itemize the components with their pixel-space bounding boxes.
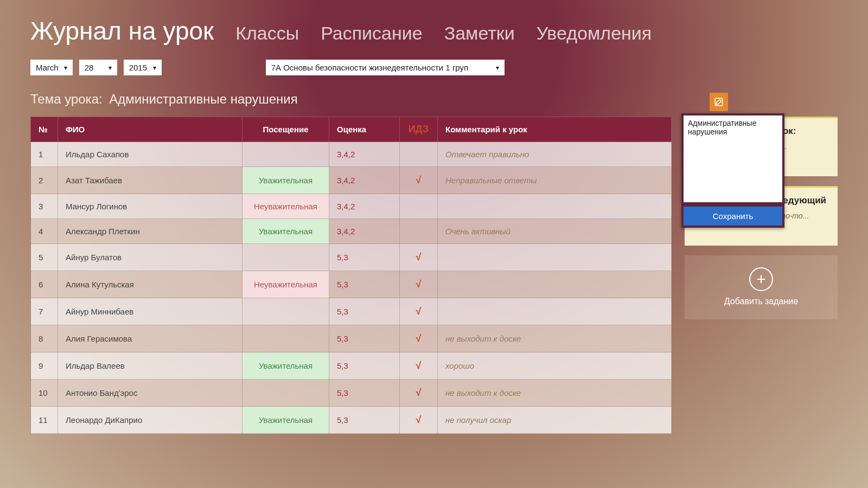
chevron-down-icon: ▾ [496, 64, 499, 72]
cell[interactable]: Уважительная [242, 219, 329, 244]
edit-icon [714, 97, 724, 107]
cell[interactable]: Уважительная [242, 167, 329, 194]
cell[interactable]: 5,3 [329, 380, 400, 407]
year-value: 2015 [129, 63, 147, 72]
cell[interactable]: 5,3 [329, 298, 400, 325]
cell[interactable]: Айнур Булатов [58, 244, 242, 271]
cell[interactable]: Неуважительная [242, 271, 329, 298]
table-row[interactable]: 2Азат ТажибаевУважительная3,4,2√Неправил… [31, 167, 672, 194]
cell[interactable] [242, 244, 329, 271]
cell[interactable] [242, 325, 329, 352]
cell[interactable]: 9 [31, 352, 58, 380]
edit-topic-button[interactable] [710, 93, 728, 111]
cell[interactable]: 5,3 [329, 244, 400, 271]
cell[interactable]: Леонардо ДиКаприо [58, 407, 242, 434]
chevron-down-icon: ▾ [64, 64, 67, 72]
cell[interactable]: Ильдар Валеев [58, 352, 242, 380]
cell[interactable]: не выходит к доске [438, 325, 672, 352]
cell[interactable] [242, 298, 329, 325]
table-row[interactable]: 9Ильдар ВалеевУважительная5,3√хорошо [31, 352, 672, 380]
cell[interactable] [438, 271, 672, 298]
cell[interactable]: 3,4,2 [329, 167, 400, 194]
cell[interactable]: 5,3 [329, 352, 400, 380]
cell[interactable] [438, 194, 672, 219]
cell[interactable]: Отвечает правильно [438, 142, 672, 167]
page-title: Журнал на урок [30, 16, 214, 46]
cell[interactable]: 7 [31, 298, 58, 325]
table-row[interactable]: 11Леонардо ДиКаприоУважительная5,3√не по… [31, 407, 672, 434]
day-select[interactable]: 28 ▾ [79, 60, 117, 75]
cell[interactable]: Неуважительная [242, 194, 329, 219]
cell[interactable] [242, 380, 329, 407]
cell[interactable]: Алина Кутульская [58, 271, 242, 298]
table-row[interactable]: 3Мансур ЛогиновНеуважительная3,4,2 [31, 194, 672, 219]
save-button[interactable]: Сохранить [684, 207, 782, 226]
cell[interactable]: √ [400, 167, 438, 194]
cell[interactable] [438, 244, 672, 271]
cell[interactable]: 5,3 [329, 407, 400, 434]
topic-textarea[interactable] [684, 115, 782, 202]
topic-value: Административные нарушения [109, 92, 297, 106]
cell[interactable]: Уважительная [242, 352, 329, 380]
cell[interactable]: Очень активный [438, 219, 672, 244]
cell[interactable]: Александр Плеткин [58, 219, 242, 244]
cell[interactable]: 3,4,2 [329, 219, 400, 244]
cell[interactable]: 5,3 [329, 271, 400, 298]
cell[interactable]: Алия Герасимова [58, 325, 242, 352]
nav-schedule[interactable]: Расписание [321, 23, 422, 44]
nav-notes[interactable]: Заметки [444, 23, 515, 44]
topic-edit-popup: Сохранить [681, 113, 784, 228]
cell[interactable]: 4 [31, 219, 58, 244]
cell[interactable] [400, 219, 438, 244]
cell[interactable]: не выходит к доске [438, 380, 672, 407]
th-comment: Комментарий к урок [438, 117, 672, 142]
cell[interactable] [400, 142, 438, 167]
th-num: № [31, 117, 58, 142]
cell[interactable]: Ильдар Сахапов [58, 142, 242, 167]
cell[interactable] [438, 298, 672, 325]
cell[interactable]: Мансур Логинов [58, 194, 242, 219]
cell[interactable]: 8 [31, 325, 58, 352]
table-row[interactable]: 6Алина КутульскаяНеуважительная5,3√ [31, 271, 672, 298]
cell[interactable]: √ [400, 380, 438, 407]
nav-classes[interactable]: Классы [235, 23, 299, 44]
table-row[interactable]: 1Ильдар Сахапов3,4,2Отвечает правильно [31, 142, 672, 167]
th-grade: Оценка [329, 117, 400, 142]
add-task-button[interactable]: + Добавить задание [685, 255, 838, 319]
cell[interactable]: 1 [31, 142, 58, 167]
cell[interactable]: 10 [31, 380, 58, 407]
cell[interactable] [242, 142, 329, 167]
cell[interactable]: √ [400, 271, 438, 298]
cell[interactable]: 5,3 [329, 325, 400, 352]
cell[interactable]: 5 [31, 244, 58, 271]
table-row[interactable]: 5Айнур Булатов5,3√ [31, 244, 672, 271]
cell[interactable]: 3 [31, 194, 58, 219]
cell[interactable]: хорошо [438, 352, 672, 380]
table-row[interactable]: 7Айнур Миннибаев5,3√ [31, 298, 672, 325]
table-row[interactable]: 4Александр ПлеткинУважительная3,4,2Очень… [31, 219, 672, 244]
cell[interactable] [400, 194, 438, 219]
cell[interactable]: Уважительная [242, 407, 329, 434]
cell[interactable]: Антонио Банд'эрос [58, 380, 242, 407]
cell[interactable]: Неправильные ответы [438, 167, 672, 194]
cell[interactable]: √ [400, 244, 438, 271]
cell[interactable]: 3,4,2 [329, 142, 400, 167]
class-select[interactable]: 7А Основы безопасности жизнедеятельности… [266, 60, 505, 75]
year-select[interactable]: 2015 ▾ [124, 60, 162, 75]
cell[interactable]: 6 [31, 271, 58, 298]
cell[interactable]: Айнур Миннибаев [58, 298, 242, 325]
cell[interactable]: √ [400, 298, 438, 325]
cell[interactable]: 2 [31, 167, 58, 194]
table-row[interactable]: 8Алия Герасимова5,3√не выходит к доске [31, 325, 672, 352]
cell[interactable]: √ [400, 325, 438, 352]
cell[interactable]: √ [400, 352, 438, 380]
chevron-down-icon: ▾ [153, 64, 156, 72]
cell[interactable]: Азат Тажибаев [58, 167, 242, 194]
cell[interactable]: 11 [31, 407, 58, 434]
nav-notifications[interactable]: Уведомления [537, 23, 652, 44]
cell[interactable]: 3,4,2 [329, 194, 400, 219]
cell[interactable]: √ [400, 407, 438, 434]
month-select[interactable]: March ▾ [30, 60, 73, 75]
table-row[interactable]: 10Антонио Банд'эрос5,3√не выходит к доск… [31, 380, 672, 407]
cell[interactable]: не получил оскар [438, 407, 672, 434]
